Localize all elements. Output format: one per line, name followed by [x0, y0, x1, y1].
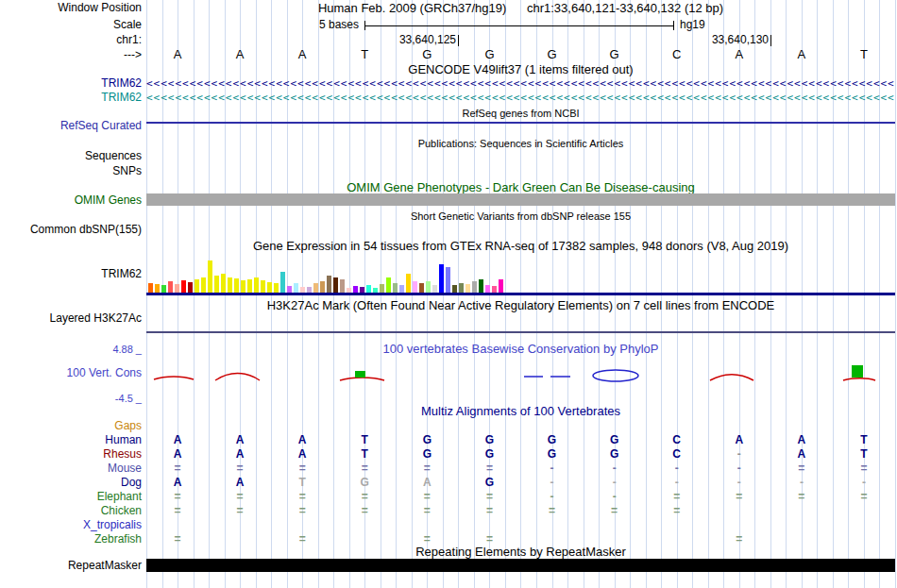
- multiz-cell: G: [610, 447, 618, 462]
- base-letter: C: [672, 47, 681, 61]
- base-letter: A: [735, 47, 743, 61]
- gtex-tissue-bar: [353, 286, 358, 293]
- multiz-cell: =: [486, 490, 493, 504]
- h3k27ac-track-title: H3K27Ac Mark (Often Found Near Active Re…: [146, 299, 895, 312]
- track-label-gencode-trim62[interactable]: TRIM62: [0, 77, 142, 90]
- h3k27ac-track-line[interactable]: [146, 331, 895, 333]
- multiz-species-label[interactable]: Gaps: [0, 420, 142, 432]
- multiz-cell: -: [550, 462, 554, 476]
- conservation-red-peak: [215, 374, 260, 381]
- gtex-tissue-bar: [320, 281, 325, 293]
- multiz-cell: =: [486, 504, 493, 518]
- conservation-axis-min: -4.5 _: [0, 393, 142, 405]
- multiz-cell: -: [737, 447, 741, 462]
- track-label-gtex-trim62[interactable]: TRIM62: [0, 268, 142, 280]
- conservation-red-peak: [154, 377, 194, 379]
- coordinate-right-tick: [770, 35, 771, 46]
- multiz-species-label[interactable]: Elephant: [0, 491, 142, 503]
- multiz-species-label[interactable]: Human: [0, 434, 142, 446]
- multiz-cell: G: [423, 433, 432, 447]
- multiz-species-label[interactable]: Mouse: [0, 462, 142, 475]
- track-label-100-vert-cons[interactable]: 100 Vert. Cons: [0, 367, 142, 379]
- base-ruler[interactable]: AAATGGGGCAAT: [0, 47, 897, 61]
- track-label-refseq-curated[interactable]: RefSeq Curated: [0, 120, 142, 132]
- multiz-cell: A: [798, 433, 806, 447]
- gtex-tissue-bar: [247, 279, 252, 293]
- multiz-cell: -: [613, 476, 617, 490]
- gencode-track-title: GENCODE V49lift37 (1 items filtered out): [146, 63, 895, 76]
- refseq-gene-bar[interactable]: [146, 122, 895, 124]
- gtex-tissue-bar: [492, 286, 497, 293]
- multiz-cell: =: [673, 490, 680, 504]
- track-label-snps[interactable]: SNPs: [0, 165, 142, 177]
- multiz-species-label[interactable]: Chicken: [0, 505, 142, 517]
- multiz-row-dog[interactable]: DogAATGAG------: [0, 476, 897, 490]
- multiz-cell: =: [424, 462, 431, 476]
- multiz-row-rhesus[interactable]: RhesusAAATGGGGC-AT: [0, 447, 897, 462]
- multiz-row-mouse[interactable]: Mouse======----==: [0, 462, 897, 476]
- multiz-cell: -: [613, 490, 617, 504]
- gtex-tissue-bar: [479, 279, 483, 293]
- gtex-tissue-bar: [287, 286, 292, 293]
- multiz-cell: =: [860, 462, 867, 476]
- gtex-tissue-bar: [155, 284, 160, 293]
- gtex-tissue-bar: [228, 277, 232, 293]
- multiz-species-label[interactable]: Rhesus: [0, 448, 142, 461]
- omim-gene-bar[interactable]: [146, 193, 895, 206]
- phylop-track-title: 100 vertebrates Basewise Conservation by…: [146, 343, 895, 356]
- track-label-gencode-trim62-2[interactable]: TRIM62: [0, 92, 142, 104]
- multiz-cell: T: [362, 433, 368, 447]
- multiz-row-human[interactable]: HumanAAATGGGGCAAT: [0, 433, 897, 447]
- multiz-cell: A: [423, 476, 432, 490]
- multiz-cell: A: [798, 447, 806, 462]
- gtex-tissue-bar: [254, 277, 259, 293]
- multiz-cell: G: [485, 476, 494, 490]
- gtex-tissue-bar: [413, 281, 417, 293]
- multiz-row-gaps[interactable]: Gaps: [0, 419, 897, 433]
- multiz-row-elephant[interactable]: Elephant======--====: [0, 490, 897, 504]
- gtex-track-title: Gene Expression in 54 tissues from GTEx …: [146, 240, 895, 253]
- multiz-row-chicken[interactable]: Chicken=========: [0, 504, 897, 518]
- track-label-repeatmasker[interactable]: RepeatMasker: [0, 560, 142, 572]
- repeatmasker-track-title: Repeating Elements by RepeatMasker: [146, 546, 895, 559]
- multiz-track-title: Multiz Alignments of 100 Vertebrates: [146, 405, 895, 418]
- track-label-sequences[interactable]: Sequences: [0, 150, 142, 162]
- gtex-tissue-bar: [499, 279, 503, 293]
- window-position-title: Human Feb. 2009 (GRCh37/hg19) chr1:33,64…: [146, 2, 895, 15]
- base-letter: G: [547, 47, 556, 61]
- multiz-row-x-tropicalis[interactable]: X_tropicalis: [0, 518, 897, 532]
- conservation-plot[interactable]: [146, 357, 895, 398]
- multiz-cell: A: [298, 447, 307, 462]
- gtex-expression-bar-chart[interactable]: [146, 254, 895, 293]
- gtex-baseline: [146, 293, 895, 295]
- gtex-tissue-bar: [327, 276, 331, 293]
- track-label-layered-h3k27ac[interactable]: Layered H3K27Ac: [0, 312, 142, 325]
- track-label-omim-genes[interactable]: OMIM Genes: [0, 194, 142, 207]
- multiz-species-label[interactable]: X_tropicalis: [0, 519, 142, 531]
- label-scale: Scale: [0, 19, 142, 31]
- multiz-cell: C: [672, 447, 681, 462]
- coordinate-left: 33,640,125: [399, 34, 456, 46]
- gtex-tissue-bar: [221, 274, 226, 293]
- gtex-tissue-bar: [366, 285, 371, 293]
- publications-track-title: Publications: Sequences in Scientific Ar…: [146, 138, 895, 149]
- conservation-red-peak: [843, 378, 875, 380]
- omim-track-title: OMIM Gene Phenotypes - Dark Green Can Be…: [146, 181, 895, 194]
- gencode-transcript-trim62-2[interactable]: <<<<<<<<<<<<<<<<<<<<<<<<<<<<<<<<<<<<<<<<…: [146, 92, 895, 104]
- base-letter: G: [610, 47, 619, 61]
- gtex-tissue-bar: [426, 281, 431, 293]
- multiz-species-label[interactable]: Dog: [0, 477, 142, 489]
- multiz-cell: =: [549, 504, 555, 518]
- conservation-red-peak: [340, 378, 384, 380]
- multiz-species-label[interactable]: Zebrafish: [0, 533, 142, 546]
- gtex-tissue-bar: [168, 281, 173, 293]
- track-label-common-dbsnp[interactable]: Common dbSNP(155): [0, 224, 142, 236]
- multiz-cell: -: [613, 462, 617, 476]
- scale-bar: [364, 25, 674, 26]
- gencode-transcript-trim62[interactable]: <<<<<<<<<<<<<<<<<<<<<<<<<<<<<<<<<<<<<<<<…: [146, 77, 895, 90]
- repeatmasker-bar[interactable]: [146, 559, 895, 572]
- gtex-tissue-bar: [452, 285, 457, 293]
- base-letter: T: [361, 47, 368, 61]
- multiz-cell: A: [174, 447, 182, 462]
- coordinate-right: 33,640,130: [712, 34, 769, 46]
